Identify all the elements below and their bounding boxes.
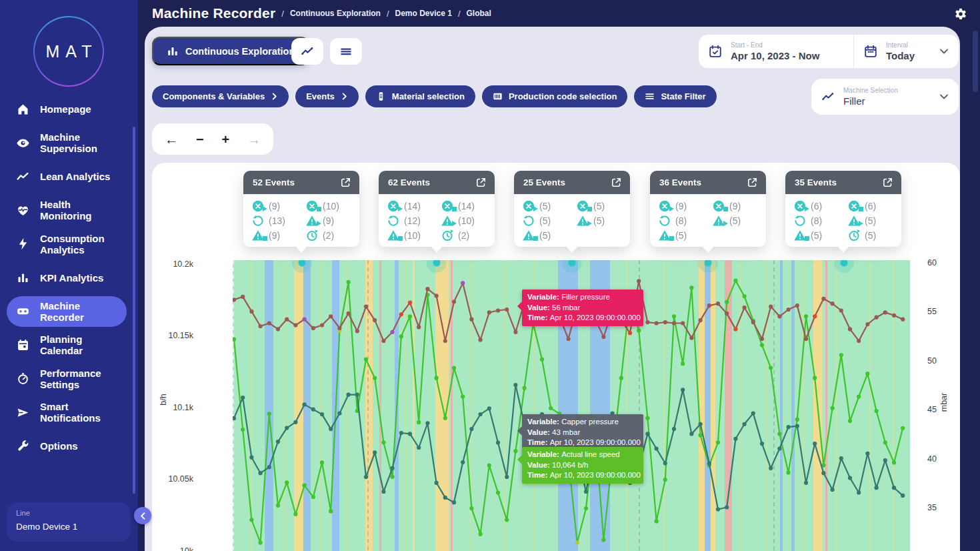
list-view-button[interactable] <box>330 38 362 65</box>
zoom-in-button[interactable]: + <box>221 133 229 146</box>
series-point <box>443 416 447 420</box>
page-scrollbar[interactable] <box>973 31 978 92</box>
series-point <box>549 406 553 410</box>
sidebar-item-options[interactable]: Options <box>7 431 127 462</box>
open-external-icon[interactable] <box>340 177 351 188</box>
pan-right-button[interactable]: → <box>247 133 261 146</box>
series-point <box>285 318 289 322</box>
sidebar-item-kpi-analytics[interactable]: KPI Analytics <box>7 262 127 293</box>
open-external-icon[interactable] <box>475 177 487 188</box>
series-point <box>848 419 852 423</box>
event-count: (6) <box>811 201 822 211</box>
sidebar-item-smart-notifications[interactable]: Smart Notifications <box>7 397 127 428</box>
series-point <box>311 326 315 330</box>
series-point <box>523 386 527 390</box>
event-play-subicon <box>805 202 809 214</box>
breadcrumb-demo-device[interactable]: Demo Device 1 <box>395 9 452 18</box>
series-point <box>707 304 711 308</box>
event-warning-icon <box>441 214 454 227</box>
event-badge-5: 35 Events(6)(8)(5)(6)(5)(5) <box>785 171 901 247</box>
device-card[interactable]: Line Demo Device 1 <box>7 502 131 542</box>
sidebar-item-performance-settings[interactable]: Performance Settings <box>7 364 127 394</box>
series-point <box>408 314 412 318</box>
event-count-row: (9) <box>712 199 761 213</box>
pan-left-button[interactable]: ← <box>165 133 178 146</box>
sidebar-item-label: Planning Calendar <box>40 334 119 356</box>
series-point <box>487 406 491 410</box>
continuous-exploration-button[interactable]: Continuous Exploration <box>152 37 309 65</box>
series-point <box>303 484 307 488</box>
event-error-icon <box>847 199 861 213</box>
series-point <box>769 366 773 370</box>
interval-select[interactable]: Interval Today <box>853 35 959 68</box>
event-count-row: (14) <box>387 199 435 213</box>
event-count: (10) <box>323 201 339 211</box>
trend-view-button[interactable] <box>291 38 323 65</box>
event-count: (5) <box>539 215 551 226</box>
sidebar-item-consumption-analytics[interactable]: Consumption Analytics <box>7 229 127 259</box>
sidebar-item-machine-recorder[interactable]: Machine Recorder <box>7 296 127 327</box>
event-play-subicon <box>669 202 674 214</box>
event-count-row: (9) <box>305 213 354 227</box>
series-point <box>487 464 491 468</box>
series-point <box>655 519 659 523</box>
series-point <box>373 376 377 380</box>
series-point <box>875 486 879 490</box>
event-count-row: (13) <box>251 213 300 227</box>
bolt-icon <box>15 237 30 251</box>
zoom-out-button[interactable]: − <box>196 133 204 146</box>
sidebar-collapse-button[interactable] <box>134 507 151 524</box>
series-point <box>479 532 483 536</box>
sidebar-item-label: Lean Analytics <box>40 171 110 182</box>
series-point <box>487 310 491 314</box>
series-point <box>496 441 500 445</box>
breadcrumb-continuous-exploration[interactable]: Continuous Exploration <box>290 9 381 18</box>
start-end-field[interactable]: Start - End Apr 10, 2023 - Now <box>699 35 853 68</box>
open-external-icon[interactable] <box>611 177 622 188</box>
event-count: (6) <box>865 201 876 211</box>
event-count-row: (2) <box>441 228 489 242</box>
tooltip-value: Value: 43 mbar <box>527 428 638 438</box>
settings-gear-icon[interactable] <box>953 7 968 21</box>
sidebar-item-lean-analytics[interactable]: Lean Analytics <box>7 161 127 192</box>
production-code-selection-button[interactable]: Production code selection <box>482 85 628 107</box>
material-selection-button[interactable]: Material selection <box>365 85 475 107</box>
sidebar-item-health-monitoring[interactable]: Health Monitoring <box>7 195 127 225</box>
sidebar-scrollbar[interactable] <box>133 127 135 494</box>
event-error-icon <box>251 199 265 213</box>
machine-selection-select[interactable]: Machine Selection Filler <box>811 79 959 115</box>
series-point <box>787 308 791 312</box>
trend-icon <box>15 169 30 184</box>
events-button[interactable]: Events <box>295 85 359 107</box>
state-filter-button[interactable]: State Filter <box>634 85 716 107</box>
open-external-icon[interactable] <box>747 177 758 188</box>
event-count-row: (9) <box>251 199 300 213</box>
open-external-icon[interactable] <box>882 177 893 188</box>
series-point <box>293 420 297 424</box>
event-play-subicon <box>587 217 592 229</box>
event-count: (5) <box>865 215 876 226</box>
breadcrumb-global[interactable]: Global <box>467 9 491 18</box>
series-point <box>267 465 271 469</box>
event-error-icon <box>658 199 671 213</box>
series-point <box>241 396 245 400</box>
right-axis-tick: 55 <box>927 307 937 316</box>
sidebar-item-machine-supervision[interactable]: Machine Supervision <box>7 127 127 158</box>
series-point <box>285 426 289 430</box>
series-point <box>435 294 439 298</box>
series-point <box>241 295 245 299</box>
event-count: (5) <box>593 201 605 211</box>
texture-stripe <box>893 260 894 551</box>
sidebar-item-planning-calendar[interactable]: Planning Calendar <box>7 330 127 360</box>
right-axis-tick: 35 <box>927 503 937 512</box>
event-play-subicon <box>317 217 321 229</box>
series-point <box>831 406 835 410</box>
components-variables-button[interactable]: Components & Variables <box>152 85 289 107</box>
sidebar-item-homepage[interactable]: Homepage <box>7 94 127 125</box>
event-play-subicon <box>723 217 728 229</box>
series-point <box>320 323 324 327</box>
series-point <box>716 440 720 444</box>
event-count: (8) <box>675 215 687 226</box>
state-band <box>791 260 795 551</box>
tooltip-variable: Variable: Capper pressure <box>527 417 638 428</box>
